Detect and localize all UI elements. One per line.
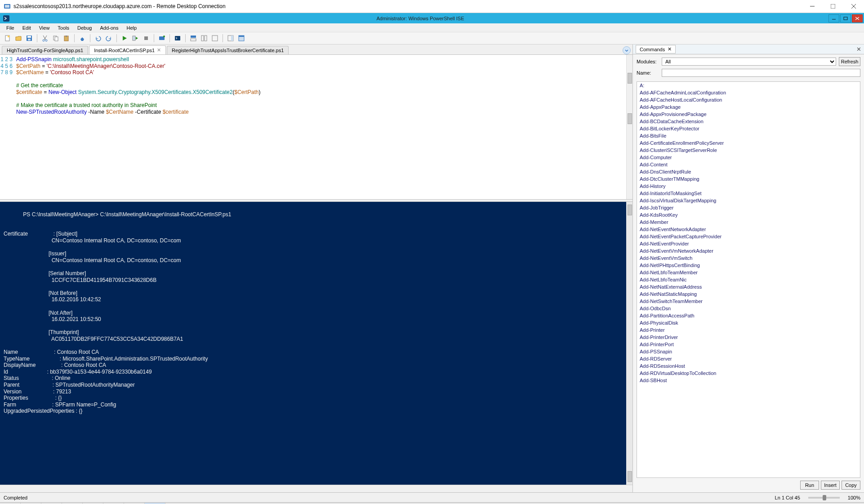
minimize-button[interactable] bbox=[802, 0, 823, 13]
clear-button[interactable] bbox=[77, 33, 87, 43]
show-script-top-button[interactable] bbox=[188, 33, 198, 43]
maximize-button[interactable] bbox=[823, 0, 843, 13]
command-item[interactable]: Add-BitsFile bbox=[637, 132, 860, 139]
command-item[interactable]: Add-NetNatStaticMapping bbox=[637, 290, 860, 298]
menu-file[interactable]: File bbox=[3, 24, 18, 31]
undo-button[interactable] bbox=[93, 33, 103, 43]
command-item[interactable]: Add-NetEventVmSwitch bbox=[637, 254, 860, 262]
paste-button[interactable] bbox=[62, 33, 71, 43]
command-item[interactable]: Add-SBHost bbox=[637, 377, 860, 384]
menu-tools[interactable]: Tools bbox=[54, 24, 73, 31]
command-item[interactable]: Add-OdbcDsn bbox=[637, 305, 860, 312]
close-button[interactable] bbox=[843, 0, 864, 13]
splitter-handle[interactable] bbox=[628, 73, 632, 84]
horizontal-scrollbar[interactable] bbox=[0, 485, 632, 492]
command-item[interactable]: Add-Member bbox=[637, 219, 860, 226]
menu-help[interactable]: Help bbox=[123, 24, 140, 31]
command-item[interactable]: Add-BCDataCacheExtension bbox=[637, 118, 860, 125]
start-powershell-button[interactable] bbox=[173, 33, 183, 43]
command-item[interactable]: Add-Printer bbox=[637, 326, 860, 334]
command-item[interactable]: Add-PhysicalDisk bbox=[637, 319, 860, 326]
script-tab[interactable]: HighTrustConfig-ForSingleApp.ps1 bbox=[2, 46, 88, 54]
command-item[interactable]: Add-History bbox=[637, 183, 860, 190]
command-item[interactable]: Add-RDSessionHost bbox=[637, 362, 860, 370]
copy-button[interactable]: Copy bbox=[842, 481, 860, 490]
command-item[interactable]: Add-Computer bbox=[637, 154, 860, 161]
open-file-button[interactable] bbox=[13, 33, 23, 43]
stop-button[interactable] bbox=[141, 33, 151, 43]
menu-add-ons[interactable]: Add-ons bbox=[96, 24, 122, 31]
menu-view[interactable]: View bbox=[36, 24, 53, 31]
insert-button[interactable]: Insert bbox=[821, 481, 840, 490]
copy-button[interactable] bbox=[51, 33, 61, 43]
command-item[interactable]: Add-NetLbfoTeamMember bbox=[637, 269, 860, 276]
commands-tab[interactable]: Commands ✕ bbox=[636, 45, 676, 54]
close-icon[interactable]: ✕ bbox=[157, 47, 161, 53]
ise-maximize-button[interactable] bbox=[840, 14, 851, 22]
console-scrollbar[interactable] bbox=[626, 202, 632, 485]
zoom-slider[interactable] bbox=[808, 497, 840, 499]
command-item[interactable]: Add-NetNatExternalAddress bbox=[637, 283, 860, 290]
command-item[interactable]: Add-AppxPackage bbox=[637, 103, 860, 111]
command-item[interactable]: Add-NetEventProvider bbox=[637, 240, 860, 247]
command-item[interactable]: Add-NetEventNetworkAdapter bbox=[637, 226, 860, 233]
command-item[interactable]: Add-DtcClusterTMMapping bbox=[637, 175, 860, 183]
cut-button[interactable] bbox=[40, 33, 50, 43]
command-item[interactable]: Add-BitLockerKeyProtector bbox=[637, 125, 860, 132]
command-item[interactable]: Add-AFCacheAdminLocalConfiguration bbox=[637, 89, 860, 96]
redo-button[interactable] bbox=[104, 33, 114, 43]
command-item[interactable]: Add-RDServer bbox=[637, 355, 860, 362]
pane-close-icon[interactable]: ✕ bbox=[856, 46, 861, 53]
run-script-button[interactable] bbox=[120, 33, 129, 43]
command-item[interactable]: Add-NetEventPacketCaptureProvider bbox=[637, 233, 860, 240]
ise-minimize-button[interactable] bbox=[828, 14, 839, 22]
command-item[interactable]: Add-PrinterPort bbox=[637, 341, 860, 348]
console-pane[interactable]: PS C:\Install\MeetingMAnager> C:\Install… bbox=[0, 202, 632, 485]
new-file-button[interactable] bbox=[3, 33, 13, 43]
show-script-max-button[interactable] bbox=[210, 33, 220, 43]
tabs-expand-button[interactable] bbox=[623, 46, 631, 54]
show-script-right-button[interactable] bbox=[199, 33, 209, 43]
command-item[interactable]: Add-PSSnapin bbox=[637, 348, 860, 355]
command-item[interactable]: Add-AFCacheHostLocalConfiguration bbox=[637, 96, 860, 103]
run-button[interactable]: Run bbox=[800, 481, 819, 490]
close-icon[interactable]: ✕ bbox=[668, 46, 672, 52]
editor-scrollbar[interactable] bbox=[626, 55, 632, 199]
name-input[interactable] bbox=[662, 69, 860, 77]
command-item[interactable]: Add-PartitionAccessPath bbox=[637, 312, 860, 319]
command-item[interactable]: Add-IscsiVirtualDiskTargetMapping bbox=[637, 197, 860, 204]
run-selection-button[interactable] bbox=[130, 33, 140, 43]
command-item[interactable]: Add-NetSwitchTeamMember bbox=[637, 298, 860, 305]
command-item[interactable]: Add-Content bbox=[637, 161, 860, 168]
code-area[interactable]: Add-PSSnapin microsoft.sharepoint.powers… bbox=[16, 55, 632, 199]
splitter-handle[interactable] bbox=[628, 471, 632, 482]
script-tab[interactable]: RegisterHighTrustAppsIsTrustBrokerCertif… bbox=[167, 46, 289, 54]
show-command-addon-button[interactable] bbox=[226, 33, 236, 43]
refresh-button[interactable]: Refresh bbox=[839, 57, 860, 66]
modules-select[interactable]: All bbox=[662, 58, 836, 66]
command-item[interactable]: Add-DnsClientNrptRule bbox=[637, 168, 860, 175]
script-editor[interactable]: 1 2 3 4 5 6 7 8 9 Add-PSSnapin microsoft… bbox=[0, 55, 632, 199]
menu-edit[interactable]: Edit bbox=[19, 24, 35, 31]
save-button[interactable] bbox=[24, 33, 34, 43]
command-item[interactable]: Add-NetIPHttpsCertBinding bbox=[637, 262, 860, 269]
command-item[interactable]: Add-JobTrigger bbox=[637, 204, 860, 211]
command-item[interactable]: A: bbox=[637, 82, 860, 89]
command-item[interactable]: Add-PrinterDriver bbox=[637, 334, 860, 341]
commands-list[interactable]: A:Add-AFCacheAdminLocalConfigurationAdd-… bbox=[637, 81, 860, 478]
ise-close-button[interactable] bbox=[852, 14, 863, 22]
show-command-window-button[interactable] bbox=[236, 33, 246, 43]
command-item[interactable]: Add-ClusteriSCSITargetServerRole bbox=[637, 147, 860, 154]
splitter-handle[interactable] bbox=[628, 205, 632, 215]
command-item[interactable]: Add-KdsRootKey bbox=[637, 211, 860, 219]
menu-debug[interactable]: Debug bbox=[74, 24, 95, 31]
command-item[interactable]: Add-NetEventVmNetworkAdapter bbox=[637, 247, 860, 254]
command-item[interactable]: Add-CertificateEnrollmentPolicyServer bbox=[637, 139, 860, 147]
command-item[interactable]: Add-AppxProvisionedPackage bbox=[637, 111, 860, 118]
command-item[interactable]: Add-InitiatorIdToMaskingSet bbox=[637, 190, 860, 197]
new-remote-tab-button[interactable] bbox=[157, 33, 167, 43]
command-item[interactable]: Add-RDVirtualDesktopToCollection bbox=[637, 370, 860, 377]
splitter-handle[interactable] bbox=[628, 113, 632, 124]
script-tab[interactable]: Install-RootCACertInSP.ps1✕ bbox=[89, 45, 166, 54]
command-item[interactable]: Add-NetLbfoTeamNic bbox=[637, 276, 860, 283]
